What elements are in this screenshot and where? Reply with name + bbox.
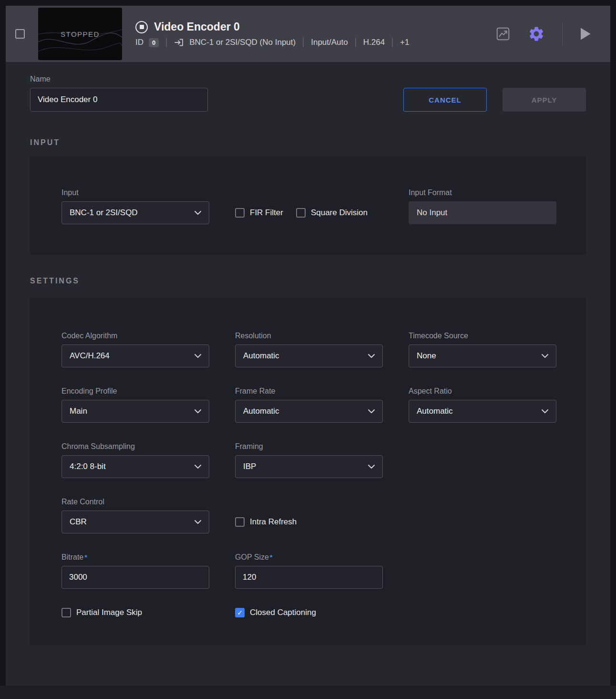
timecode-source-value: None — [417, 351, 436, 361]
input-summary: BNC-1 or 2SI/SQD (No Input) — [189, 38, 296, 47]
bitrate-input[interactable] — [62, 566, 209, 589]
select-encoder-checkbox[interactable] — [15, 29, 25, 39]
partial-image-skip-label: Partial Image Skip — [76, 608, 142, 617]
rate-control-field: Rate Control CBR — [62, 497, 209, 533]
input-field: Input BNC-1 or 2SI/SQD — [62, 188, 209, 224]
input-format-field: Input Format No Input — [409, 188, 556, 224]
encoding-profile-label: Encoding Profile — [62, 386, 209, 396]
gop-size-field: GOP Size* — [235, 553, 383, 589]
settings-panel: Codec Algorithm AVC/H.264 Resolution Aut… — [30, 298, 586, 645]
chevron-down-icon — [195, 520, 201, 524]
chevron-down-icon — [195, 465, 201, 469]
partial-image-skip-checkbox[interactable]: ✓ Partial Image Skip — [62, 608, 209, 617]
square-division-checkbox[interactable]: ✓ Square Division — [296, 208, 368, 218]
name-field: Name — [30, 74, 208, 112]
chevron-down-icon — [368, 354, 375, 358]
encoder-header: STOPPED Video Encoder 0 ID 0 BNC-1 — [6, 6, 610, 62]
rate-control-value: CBR — [70, 517, 87, 527]
encoding-profile-value: Main — [70, 407, 87, 416]
form-actions: CANCEL APPLY — [403, 88, 586, 112]
intra-refresh-row: ✓ Intra Refresh — [235, 511, 383, 533]
aspect-ratio-field: Aspect Ratio Automatic — [409, 386, 556, 423]
checkbox-box: ✓ — [235, 208, 245, 218]
square-division-label: Square Division — [311, 208, 368, 218]
chroma-subsampling-select[interactable]: 4:2:0 8-bit — [62, 455, 209, 478]
page: STOPPED Video Encoder 0 ID 0 BNC-1 — [0, 0, 616, 699]
bitrate-label: Bitrate* — [62, 553, 209, 562]
closed-captioning-label: Closed Captioning — [250, 608, 316, 617]
timecode-source-label: Timecode Source — [409, 331, 556, 340]
checkbox-box: ✓ — [235, 517, 245, 527]
encoder-card: STOPPED Video Encoder 0 ID 0 BNC-1 — [6, 6, 610, 686]
checkbox-box: ✓ — [296, 208, 306, 218]
line-chart-icon — [495, 26, 511, 42]
name-input[interactable] — [30, 88, 208, 112]
codec-algorithm-field: Codec Algorithm AVC/H.264 — [62, 331, 209, 367]
gear-icon — [528, 25, 545, 42]
chroma-subsampling-label: Chroma Subsampling — [62, 442, 209, 451]
arrow-into-bracket-icon — [174, 38, 184, 47]
intra-refresh-checkbox[interactable]: ✓ Intra Refresh — [235, 517, 297, 527]
meta-separator — [355, 38, 356, 47]
stats-button[interactable] — [495, 26, 511, 42]
bitrate-label-text: Bitrate — [62, 553, 83, 561]
chroma-subsampling-field: Chroma Subsampling 4:2:0 8-bit — [62, 442, 209, 478]
codec-algorithm-select[interactable]: AVC/H.264 — [62, 344, 209, 367]
settings-gear-button[interactable] — [528, 25, 545, 42]
header-divider — [562, 22, 563, 45]
fir-filter-checkbox[interactable]: ✓ FIR Filter — [235, 208, 283, 218]
timecode-source-select[interactable]: None — [409, 344, 556, 367]
chroma-subsampling-value: 4:2:0 8-bit — [70, 462, 106, 471]
header-actions — [495, 22, 591, 45]
input-format-value: No Input — [409, 201, 556, 224]
encoding-profile-field: Encoding Profile Main — [62, 386, 209, 423]
resolution-select[interactable]: Automatic — [235, 344, 383, 367]
name-label: Name — [30, 74, 208, 83]
codec-label: H.264 — [363, 38, 385, 47]
label-spacer — [235, 188, 383, 197]
chevron-down-icon — [195, 211, 201, 215]
aspect-ratio-label: Aspect Ratio — [409, 386, 556, 396]
intra-refresh-field: ✓ Intra Refresh — [235, 497, 383, 533]
input-select[interactable]: BNC-1 or 2SI/SQD — [62, 201, 209, 224]
cancel-button[interactable]: CANCEL — [403, 88, 487, 112]
play-icon — [580, 27, 591, 41]
input-format-label: Input Format — [409, 188, 556, 197]
input-options-field: ✓ FIR Filter ✓ Square Division — [235, 188, 383, 224]
intra-refresh-label: Intra Refresh — [250, 517, 297, 527]
stop-icon — [135, 21, 148, 33]
resolution-field: Resolution Automatic — [235, 331, 383, 367]
frame-rate-label: Frame Rate — [235, 386, 383, 396]
framing-field: Framing IBP — [235, 442, 383, 478]
aspect-ratio-select[interactable]: Automatic — [409, 400, 556, 423]
framing-label: Framing — [235, 442, 383, 451]
label-spacer — [235, 497, 383, 506]
chevron-down-icon — [542, 409, 548, 414]
frame-rate-select[interactable]: Automatic — [235, 400, 383, 423]
encoder-form: Name CANCEL APPLY INPUT Input BNC-1 or 2… — [6, 62, 610, 686]
apply-button[interactable]: APPLY — [503, 88, 586, 112]
gop-size-label-text: GOP Size — [235, 553, 269, 561]
gop-size-input[interactable] — [235, 566, 383, 589]
chevron-down-icon — [195, 409, 201, 414]
frame-rate-value: Automatic — [243, 407, 279, 416]
closed-captioning-checkbox[interactable]: ✓ Closed Captioning — [235, 608, 383, 617]
chevron-down-icon — [195, 354, 201, 358]
page-background-strip — [0, 686, 616, 699]
frame-rate-field: Frame Rate Automatic — [235, 386, 383, 423]
rate-control-select[interactable]: CBR — [62, 511, 209, 533]
meta-separator — [166, 38, 167, 47]
framing-value: IBP — [243, 462, 256, 471]
meta-separator — [303, 38, 304, 47]
chevron-down-icon — [542, 354, 548, 358]
encoder-title: Video Encoder 0 — [154, 21, 240, 33]
rate-control-label: Rate Control — [62, 497, 209, 506]
id-badge: 0 — [149, 38, 159, 47]
start-encoder-button[interactable] — [580, 27, 591, 41]
framing-select[interactable]: IBP — [235, 455, 383, 478]
chevron-down-icon — [368, 465, 375, 469]
encoding-profile-select[interactable]: Main — [62, 400, 209, 423]
input-section-title: INPUT — [30, 138, 586, 147]
check-icon: ✓ — [237, 609, 243, 616]
meta-separator — [392, 38, 393, 47]
